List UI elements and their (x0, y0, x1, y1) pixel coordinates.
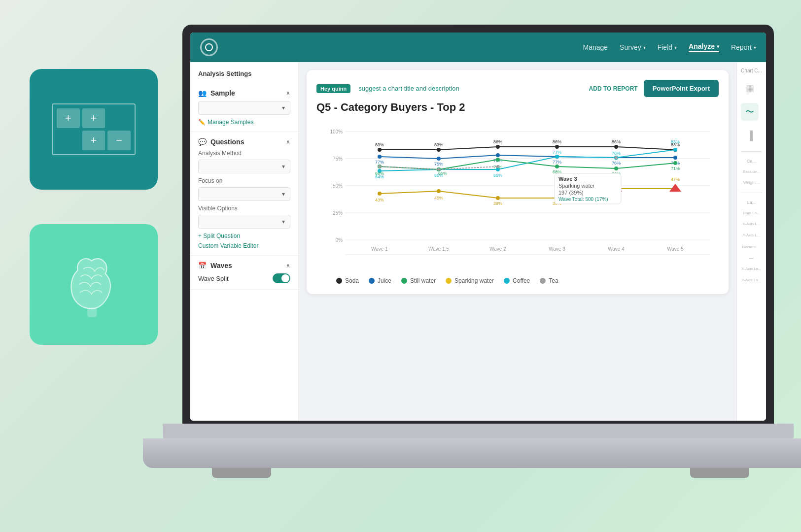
right-panel-decimal-label: Decimal ... (741, 245, 762, 250)
svg-text:45%: 45% (434, 196, 443, 200)
coffee-legend-dot (504, 278, 510, 284)
nav-field[interactable]: Field ▾ (658, 43, 677, 51)
right-panel-exclude-label: Exclude... (741, 169, 762, 174)
brain-svg (62, 250, 126, 319)
sample-section-header[interactable]: 👥 Sample ∧ (198, 89, 290, 97)
svg-text:47%: 47% (671, 177, 680, 182)
sparking-water-legend-dot (446, 278, 452, 284)
svg-text:43%: 43% (375, 198, 384, 202)
chart-top-bar: Hey quinn suggest a chart title and desc… (316, 80, 719, 97)
sidebar: Analysis Settings 👥 Sample ∧ ▾ (190, 62, 299, 421)
svg-point-47 (673, 148, 677, 152)
waves-section-title: 📅 Waves (198, 262, 232, 269)
svg-text:75%: 75% (434, 162, 443, 166)
svg-text:Wave 3: Wave 3 (558, 176, 577, 182)
wave-split-toggle[interactable] (273, 273, 290, 283)
focus-on-label: Focus on (198, 177, 290, 184)
svg-point-22 (614, 145, 618, 149)
sparking-water-legend-label: Sparking water (454, 277, 494, 284)
nav-analyze[interactable]: Analyze ▾ (689, 42, 719, 52)
svg-text:65%: 65% (438, 171, 447, 176)
tea-legend-label: Tea (549, 277, 558, 284)
waves-chevron-icon: ∧ (286, 262, 290, 269)
wave-split-toggle-row: Wave Split (198, 273, 290, 283)
svg-text:Wave 1.5: Wave 1.5 (428, 246, 449, 252)
svg-text:76%: 76% (612, 161, 621, 166)
survey-chevron-icon: ▾ (643, 45, 646, 50)
juice-legend-dot (369, 278, 375, 284)
nav-survey[interactable]: Survey ▾ (620, 43, 646, 51)
chart-title: Q5 - Category Buyers - Top 2 (316, 101, 719, 114)
column-chart-icon[interactable]: ▐ (741, 127, 759, 144)
svg-text:71%: 71% (671, 166, 680, 171)
waves-icon: 📅 (198, 262, 207, 269)
svg-text:86%: 86% (612, 139, 621, 144)
legend-juice: Juice (369, 277, 391, 284)
svg-text:86%: 86% (493, 139, 502, 144)
sample-section-title: 👥 Sample (198, 89, 235, 97)
report-chevron-icon: ▾ (754, 45, 756, 50)
custom-variable-editor-link[interactable]: Custom Variable Editor (198, 242, 290, 249)
bar-chart-icon[interactable]: ▦ (741, 79, 759, 97)
legend-sparking-water: Sparking water (446, 277, 494, 284)
add-to-report-link[interactable]: ADD TO REPORT (589, 85, 638, 92)
svg-text:Wave 4: Wave 4 (608, 246, 625, 252)
focus-on-dropdown[interactable]: ▾ (198, 187, 290, 201)
svg-text:83%: 83% (375, 142, 384, 147)
svg-point-78 (378, 165, 381, 168)
legend-tea: Tea (540, 277, 558, 284)
right-panel-divider-2 (741, 193, 762, 193)
ai-suggestion-area: Hey quinn suggest a chart title and desc… (316, 84, 459, 93)
laptop: Manage Survey ▾ Field ▾ Analyze ▾ Repor (182, 25, 779, 498)
sidebar-section-questions: 💬 Questions ∧ Analysis Method ▾ Focus on (190, 132, 298, 256)
app-logo (200, 38, 218, 56)
svg-point-59 (673, 161, 677, 165)
navbar: Manage Survey ▾ Field ▾ Analyze ▾ Repor (190, 33, 766, 62)
nav-manage[interactable]: Manage (583, 43, 608, 51)
laptop-foot-left (212, 468, 271, 478)
sidebar-section-waves: 📅 Waves ∧ Wave Split (190, 256, 298, 290)
right-panel-la-label: La... (741, 200, 762, 205)
svg-text:76%: 76% (612, 151, 621, 156)
juice-legend-label: Juice (378, 277, 391, 284)
visible-options-dropdown[interactable]: ▾ (198, 215, 290, 229)
svg-text:Wave 1: Wave 1 (371, 246, 388, 252)
svg-point-67 (437, 189, 441, 193)
right-panel-data-la-label: Data La... (741, 211, 762, 216)
nav-report[interactable]: Report ▾ (731, 43, 756, 51)
svg-text:Wave Total: 500 (17%): Wave Total: 500 (17%) (558, 197, 608, 202)
ai-suggestion-text: suggest a chart title and description (358, 85, 459, 92)
right-panel-divider-1 (741, 151, 762, 152)
svg-point-18 (378, 148, 382, 152)
powerpoint-export-button[interactable]: PowerPoint Export (644, 80, 719, 97)
line-chart-svg: 100% 75% 50% 25% 0% Wave 1 Wave 1.5 Wave… (316, 122, 719, 269)
right-panel-dash: — (741, 256, 762, 261)
sample-dropdown[interactable]: ▾ (198, 101, 290, 115)
svg-text:39%: 39% (493, 201, 502, 206)
right-panel-yaxis-la-label: Y-Axis La... (741, 278, 762, 283)
still-water-legend-label: Still water (410, 277, 436, 284)
svg-text:197 (39%): 197 (39%) (558, 190, 584, 196)
manage-samples-link[interactable]: ✏️ Manage Samples (198, 119, 290, 126)
svg-text:Wave 2: Wave 2 (489, 246, 506, 252)
split-question-button[interactable]: + Split Question (198, 233, 290, 239)
waves-section-header[interactable]: 📅 Waves ∧ (198, 262, 290, 269)
svg-point-79 (437, 168, 440, 171)
laptop-bottom (163, 424, 794, 438)
svg-text:0%: 0% (336, 237, 343, 243)
svg-text:68%: 68% (375, 171, 384, 176)
chart-legend: Soda Juice Still water (316, 277, 719, 284)
line-chart-icon[interactable]: 〜 (741, 103, 759, 121)
table-icon-card: + + + − (30, 69, 158, 190)
laptop-foot-right (690, 468, 749, 478)
analysis-method-dropdown[interactable]: ▾ (198, 160, 290, 173)
svg-marker-71 (669, 184, 681, 192)
svg-text:Wave 5: Wave 5 (667, 246, 684, 252)
analysis-method-label: Analysis Method (198, 150, 290, 157)
svg-text:65%: 65% (493, 173, 502, 178)
chart-actions: ADD TO REPORT PowerPoint Export (589, 80, 719, 97)
questions-section-header[interactable]: 💬 Questions ∧ (198, 138, 290, 146)
svg-point-32 (496, 153, 500, 157)
svg-point-80 (496, 165, 499, 168)
svg-point-45 (555, 155, 559, 159)
